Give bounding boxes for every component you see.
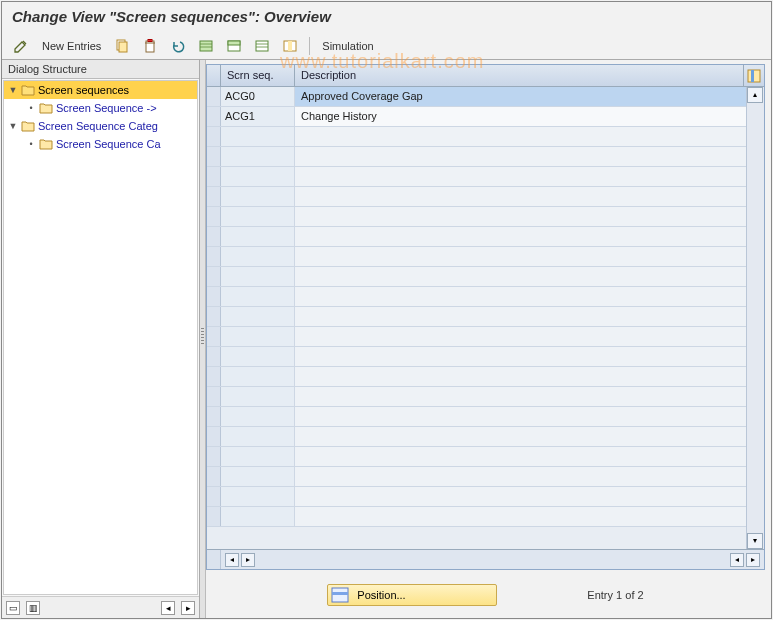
cell-description[interactable] bbox=[295, 367, 746, 386]
select-all-icon[interactable] bbox=[195, 36, 217, 56]
tree-expand-icon[interactable]: ▼ bbox=[8, 121, 18, 131]
grid-header-description[interactable]: Description bbox=[295, 65, 744, 86]
cell-description[interactable] bbox=[295, 227, 746, 246]
row-selector[interactable] bbox=[207, 327, 221, 346]
table-row-empty[interactable] bbox=[207, 507, 746, 527]
table-row-empty[interactable] bbox=[207, 367, 746, 387]
row-selector[interactable] bbox=[207, 187, 221, 206]
table-row-empty[interactable] bbox=[207, 427, 746, 447]
cell-description[interactable] bbox=[295, 407, 746, 426]
cell-description[interactable] bbox=[295, 307, 746, 326]
cell-scrnseq[interactable] bbox=[221, 447, 295, 466]
sidebar-scroll-left-icon[interactable]: ◂ bbox=[161, 601, 175, 615]
hscroll-last-icon[interactable]: ▸ bbox=[746, 553, 760, 567]
table-row-empty[interactable] bbox=[207, 467, 746, 487]
table-row-empty[interactable] bbox=[207, 147, 746, 167]
cell-description[interactable] bbox=[295, 287, 746, 306]
row-selector[interactable] bbox=[207, 487, 221, 506]
cell-scrnseq[interactable] bbox=[221, 207, 295, 226]
tree-node[interactable]: •Screen Sequence -> bbox=[4, 99, 197, 117]
delete-icon[interactable] bbox=[139, 36, 161, 56]
cell-description[interactable] bbox=[295, 187, 746, 206]
cell-description[interactable] bbox=[295, 147, 746, 166]
simulation-button[interactable]: Simulation bbox=[318, 40, 377, 52]
row-selector[interactable] bbox=[207, 267, 221, 286]
cell-description[interactable] bbox=[295, 127, 746, 146]
cell-description[interactable] bbox=[295, 427, 746, 446]
cell-scrnseq[interactable] bbox=[221, 147, 295, 166]
cell-scrnseq[interactable] bbox=[221, 227, 295, 246]
row-selector[interactable] bbox=[207, 367, 221, 386]
table-row-empty[interactable] bbox=[207, 407, 746, 427]
select-block-icon[interactable] bbox=[223, 36, 245, 56]
row-selector[interactable] bbox=[207, 447, 221, 466]
grid-header-scrnseq[interactable]: Scrn seq. bbox=[221, 65, 295, 86]
row-selector[interactable] bbox=[207, 407, 221, 426]
row-selector[interactable] bbox=[207, 167, 221, 186]
row-selector[interactable] bbox=[207, 87, 221, 106]
position-button[interactable]: Position... bbox=[327, 584, 497, 606]
cell-description[interactable] bbox=[295, 267, 746, 286]
tree-node[interactable]: ▼Screen sequences bbox=[4, 81, 197, 99]
scroll-up-icon[interactable]: ▴ bbox=[747, 87, 763, 103]
cell-scrnseq[interactable] bbox=[221, 487, 295, 506]
cell-scrnseq[interactable] bbox=[221, 467, 295, 486]
grid-header-selector[interactable] bbox=[207, 65, 221, 86]
cell-description[interactable] bbox=[295, 167, 746, 186]
table-row[interactable]: ACG1Change History bbox=[207, 107, 746, 127]
table-row-empty[interactable] bbox=[207, 127, 746, 147]
undo-icon[interactable] bbox=[167, 36, 189, 56]
hscroll-first-icon[interactable]: ◂ bbox=[225, 553, 239, 567]
cell-description[interactable] bbox=[295, 447, 746, 466]
cell-description[interactable] bbox=[295, 347, 746, 366]
table-row-empty[interactable] bbox=[207, 327, 746, 347]
row-selector[interactable] bbox=[207, 347, 221, 366]
tree-node[interactable]: •Screen Sequence Ca bbox=[4, 135, 197, 153]
table-row-empty[interactable] bbox=[207, 487, 746, 507]
row-selector[interactable] bbox=[207, 387, 221, 406]
cell-scrnseq[interactable] bbox=[221, 307, 295, 326]
tree-node[interactable]: ▼Screen Sequence Categ bbox=[4, 117, 197, 135]
row-selector[interactable] bbox=[207, 207, 221, 226]
row-selector[interactable] bbox=[207, 507, 221, 526]
cell-scrnseq[interactable]: ACG1 bbox=[221, 107, 295, 126]
cell-scrnseq[interactable] bbox=[221, 387, 295, 406]
cell-scrnseq[interactable] bbox=[221, 127, 295, 146]
new-entries-button[interactable]: New Entries bbox=[38, 40, 105, 52]
cell-description[interactable] bbox=[295, 507, 746, 526]
row-selector[interactable] bbox=[207, 427, 221, 446]
sidebar-layout2-icon[interactable]: ▥ bbox=[26, 601, 40, 615]
cell-scrnseq[interactable] bbox=[221, 327, 295, 346]
cell-scrnseq[interactable] bbox=[221, 187, 295, 206]
cell-scrnseq[interactable] bbox=[221, 507, 295, 526]
table-row-empty[interactable] bbox=[207, 447, 746, 467]
cell-scrnseq[interactable] bbox=[221, 347, 295, 366]
cell-description[interactable]: Approved Coverage Gap bbox=[295, 87, 746, 106]
table-row-empty[interactable] bbox=[207, 247, 746, 267]
table-row-empty[interactable] bbox=[207, 287, 746, 307]
row-selector[interactable] bbox=[207, 127, 221, 146]
cell-description[interactable]: Change History bbox=[295, 107, 746, 126]
cell-scrnseq[interactable] bbox=[221, 407, 295, 426]
deselect-all-icon[interactable] bbox=[251, 36, 273, 56]
cell-description[interactable] bbox=[295, 327, 746, 346]
row-selector[interactable] bbox=[207, 247, 221, 266]
row-selector[interactable] bbox=[207, 307, 221, 326]
cell-scrnseq[interactable]: ACG0 bbox=[221, 87, 295, 106]
cell-description[interactable] bbox=[295, 487, 746, 506]
copy-as-icon[interactable] bbox=[111, 36, 133, 56]
row-selector[interactable] bbox=[207, 467, 221, 486]
cell-scrnseq[interactable] bbox=[221, 287, 295, 306]
dialog-structure-tree[interactable]: ▼Screen sequences•Screen Sequence ->▼Scr… bbox=[3, 80, 198, 595]
toggle-display-change-icon[interactable] bbox=[10, 36, 32, 56]
cell-scrnseq[interactable] bbox=[221, 427, 295, 446]
cell-scrnseq[interactable] bbox=[221, 367, 295, 386]
grid-vertical-scrollbar[interactable]: ▴ ▾ bbox=[746, 87, 764, 549]
splitter-handle[interactable] bbox=[200, 60, 206, 618]
grid-config-icon[interactable] bbox=[744, 65, 764, 86]
row-selector[interactable] bbox=[207, 227, 221, 246]
table-row-empty[interactable] bbox=[207, 167, 746, 187]
table-row-empty[interactable] bbox=[207, 267, 746, 287]
table-row-empty[interactable] bbox=[207, 227, 746, 247]
table-row-empty[interactable] bbox=[207, 347, 746, 367]
